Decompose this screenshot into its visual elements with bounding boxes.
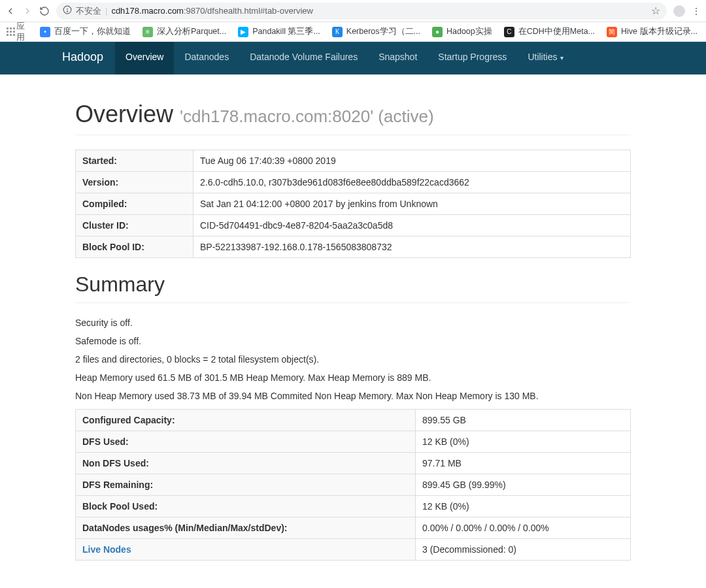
brand[interactable]: Hadoop: [62, 42, 115, 74]
table-row: Cluster ID:CID-5d704491-dbc9-4e87-8204-5…: [76, 215, 631, 237]
live-nodes-link[interactable]: Live Nodes: [82, 544, 131, 555]
hadoop-navbar: Hadoop Overview Datanodes Datanode Volum…: [0, 42, 706, 74]
summary-heading: Summary: [75, 272, 631, 303]
tab-overview[interactable]: Overview: [115, 42, 174, 74]
summary-line: 2 files and directories, 0 blocks = 2 to…: [75, 354, 631, 365]
table-row: Version:2.6.0-cdh5.10.0, r307b3de961d083…: [76, 172, 631, 193]
page-title: Overview 'cdh178.macro.com:8020' (active…: [75, 101, 631, 135]
summary-line: Non Heap Memory used 38.73 MB of 39.94 M…: [75, 391, 631, 401]
tab-datanodes[interactable]: Datanodes: [174, 42, 239, 74]
tab-startup-progress[interactable]: Startup Progress: [428, 42, 517, 74]
table-row: Block Pool ID:BP-522133987-192.168.0.178…: [76, 237, 631, 258]
summary-line: Security is off.: [75, 318, 631, 328]
page-subtitle: 'cdh178.macro.com:8020' (active): [180, 106, 434, 126]
bookmark-favicon: C: [504, 27, 514, 37]
apps-grid-icon: [7, 27, 12, 37]
bookmark-item[interactable]: ●Hadoop实操: [432, 26, 492, 37]
apps-button[interactable]: 应用: [7, 22, 28, 42]
bookmark-favicon: ▶: [238, 27, 248, 37]
bookmark-favicon: К: [332, 27, 343, 37]
url-bar[interactable]: 不安全 | cdh178.macro.com:9870/dfshealth.ht…: [56, 3, 667, 20]
table-row-live-nodes: Live Nodes3 (Decommissioned: 0): [76, 539, 631, 561]
summary-line: Safemode is off.: [75, 336, 631, 346]
profile-avatar[interactable]: [673, 5, 685, 17]
table-row: Block Pool Used:12 KB (0%): [76, 496, 631, 517]
bookmark-item[interactable]: •百度一下，你就知道: [40, 26, 131, 37]
tab-datanode-volume-failures[interactable]: Datanode Volume Failures: [239, 42, 368, 74]
bookmark-favicon: ≡: [143, 27, 153, 37]
caret-down-icon: ▾: [560, 54, 563, 61]
table-row: Compiled:Sat Jan 21 04:12:00 +0800 2017 …: [76, 193, 631, 215]
svg-point-2: [67, 11, 67, 12]
bookmark-item[interactable]: ≡深入分析Parquet...: [143, 26, 226, 37]
url-text: cdh178.macro.com:9870/dfshealth.html#tab…: [111, 6, 313, 16]
bookmark-item[interactable]: C在CDH中使用Meta...: [504, 26, 595, 37]
bookmark-favicon: •: [40, 27, 50, 37]
insecure-label: 不安全: [76, 5, 101, 17]
bookmark-item[interactable]: ▶Pandakill 第三季...: [238, 26, 320, 37]
overview-table: Started:Tue Aug 06 17:40:39 +0800 2019 V…: [75, 150, 631, 258]
table-row: Configured Capacity:899.55 GB: [76, 410, 631, 431]
tab-utilities[interactable]: Utilities▾: [517, 42, 573, 74]
tab-snapshot[interactable]: Snapshot: [368, 42, 428, 74]
summary-table: Configured Capacity:899.55 GB DFS Used:1…: [75, 409, 631, 561]
apps-label: 应用: [16, 22, 28, 42]
table-row: Started:Tue Aug 06 17:40:39 +0800 2019: [76, 150, 631, 172]
forward-icon: [22, 6, 33, 16]
table-row: DFS Used:12 KB (0%): [76, 431, 631, 453]
bookmark-favicon: ●: [432, 27, 443, 37]
insecure-info-icon[interactable]: [63, 5, 72, 16]
table-row: Non DFS Used:97.71 MB: [76, 453, 631, 474]
menu-kebab-icon[interactable]: ⋮: [692, 6, 701, 16]
bookmark-item[interactable]: 简Hive 版本升级记录...: [607, 26, 698, 37]
summary-line: Heap Memory used 61.5 MB of 301.5 MB Hea…: [75, 372, 631, 383]
bookmark-favicon: 简: [607, 27, 617, 37]
bookmark-item[interactable]: КKerberos学习（二...: [332, 26, 420, 37]
browser-toolbar: 不安全 | cdh178.macro.com:9870/dfshealth.ht…: [0, 0, 706, 22]
bookmarks-bar: 应用 •百度一下，你就知道 ≡深入分析Parquet... ▶Pandakill…: [0, 22, 706, 42]
table-row: DFS Remaining:899.45 GB (99.99%): [76, 474, 631, 496]
back-icon[interactable]: [5, 6, 16, 16]
table-row: DataNodes usages% (Min/Median/Max/stdDev…: [76, 517, 631, 539]
reload-icon[interactable]: [39, 6, 50, 16]
main-content: Overview 'cdh178.macro.com:8020' (active…: [65, 74, 641, 580]
bookmark-star-icon[interactable]: ☆: [651, 5, 660, 17]
